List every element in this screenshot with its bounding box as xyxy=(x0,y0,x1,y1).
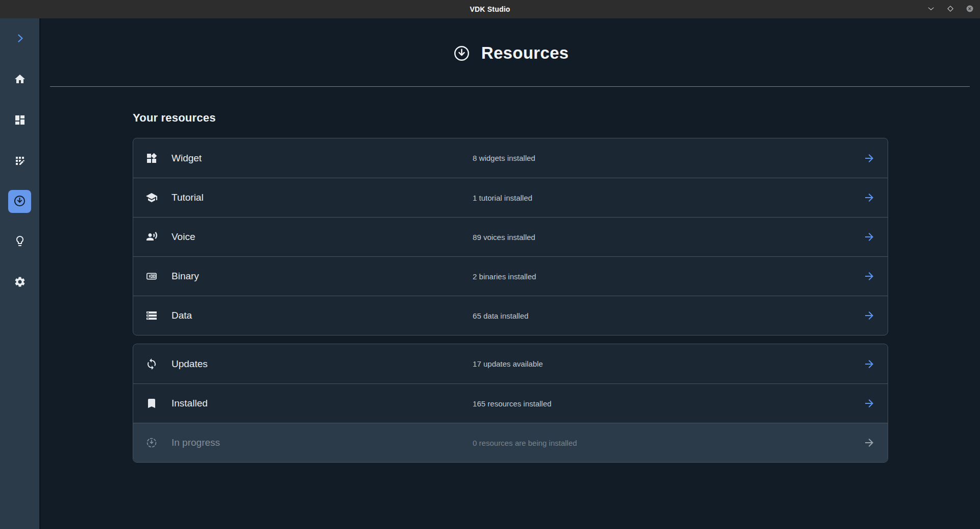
row-count: 89 voices installed xyxy=(473,233,535,242)
sidebar-item-settings[interactable] xyxy=(8,270,32,295)
maximize-button[interactable] xyxy=(944,3,957,15)
row-count: 165 resources installed xyxy=(473,399,551,408)
chevron-right-icon xyxy=(14,32,26,46)
download-circle-icon xyxy=(452,44,471,63)
window-shade-button[interactable] xyxy=(925,3,937,15)
arrow-right-icon xyxy=(863,231,875,243)
row-count: 0 resources are being installed xyxy=(473,439,577,447)
arrow-right-icon xyxy=(863,437,875,449)
dashboard-icon xyxy=(14,114,26,128)
section-heading: Your resources xyxy=(133,111,888,125)
row-count: 2 binaries installed xyxy=(473,272,536,281)
sidebar-item-ideas[interactable] xyxy=(8,229,32,254)
lightbulb-icon xyxy=(14,235,26,249)
voice-icon xyxy=(145,231,158,243)
app-registration-icon xyxy=(14,155,26,169)
sync-icon xyxy=(145,358,158,370)
sidebar-item-resources[interactable] xyxy=(8,190,31,213)
sidebar xyxy=(0,18,41,529)
resource-row-in-progress[interactable]: In progress 0 resources are being instal… xyxy=(133,423,888,462)
home-icon xyxy=(14,73,26,87)
arrow-right-icon xyxy=(863,152,875,164)
page-header: Resources xyxy=(41,18,980,67)
storage-icon xyxy=(145,309,158,322)
row-label: Updates xyxy=(172,358,208,370)
row-count: 1 tutorial installed xyxy=(473,194,532,202)
resource-row-widget[interactable]: Widget 8 widgets installed xyxy=(133,138,888,178)
page-title: Resources xyxy=(481,43,569,63)
downloading-icon xyxy=(145,437,158,449)
sidebar-item-dashboard[interactable] xyxy=(8,108,32,133)
arrow-right-icon xyxy=(863,309,875,322)
close-icon xyxy=(965,4,974,15)
sidebar-expand-button[interactable] xyxy=(8,27,32,51)
arrow-right-icon xyxy=(863,397,875,410)
row-count: 8 widgets installed xyxy=(473,154,535,162)
row-count: 17 updates available xyxy=(473,359,543,368)
row-label: Tutorial xyxy=(172,192,204,203)
header-divider xyxy=(50,86,970,87)
row-label: Widget xyxy=(172,153,202,164)
row-label: In progress xyxy=(172,437,220,448)
row-count: 65 data installed xyxy=(473,311,528,320)
row-label: Installed xyxy=(172,398,208,409)
resource-row-binary[interactable]: Binary 2 binaries installed xyxy=(133,256,888,296)
sidebar-item-editor[interactable] xyxy=(8,149,32,174)
resource-row-tutorial[interactable]: Tutorial 1 tutorial installed xyxy=(133,178,888,217)
window-title: VDK Studio xyxy=(470,5,510,13)
bookmark-icon xyxy=(145,397,158,410)
row-label: Binary xyxy=(172,271,199,282)
resource-type-list: Widget 8 widgets installed Tutorial 1 tu… xyxy=(133,138,888,335)
main-content: Resources Your resources Widget 8 widget… xyxy=(41,18,980,529)
app-window: VDK Studio xyxy=(0,0,980,529)
resource-row-updates[interactable]: Updates 17 updates available xyxy=(133,344,888,383)
close-button[interactable] xyxy=(964,3,976,15)
resource-row-voice[interactable]: Voice 89 voices installed xyxy=(133,217,888,256)
widgets-icon xyxy=(145,152,158,164)
arrow-right-icon xyxy=(863,270,875,282)
download-circle-icon xyxy=(13,194,27,209)
chevron-down-icon xyxy=(926,4,936,15)
resource-status-list: Updates 17 updates available Installed 1… xyxy=(133,344,888,463)
school-icon xyxy=(145,191,158,204)
diamond-icon xyxy=(946,4,955,15)
binary-icon xyxy=(145,270,158,282)
row-label: Data xyxy=(172,310,192,321)
resource-row-installed[interactable]: Installed 165 resources installed xyxy=(133,383,888,423)
gear-icon xyxy=(14,276,26,290)
window-controls xyxy=(925,0,976,18)
row-label: Voice xyxy=(172,231,195,243)
arrow-right-icon xyxy=(863,191,875,204)
arrow-right-icon xyxy=(863,358,875,370)
resource-row-data[interactable]: Data 65 data installed xyxy=(133,296,888,335)
sidebar-item-home[interactable] xyxy=(8,67,32,92)
titlebar: VDK Studio xyxy=(0,0,980,18)
